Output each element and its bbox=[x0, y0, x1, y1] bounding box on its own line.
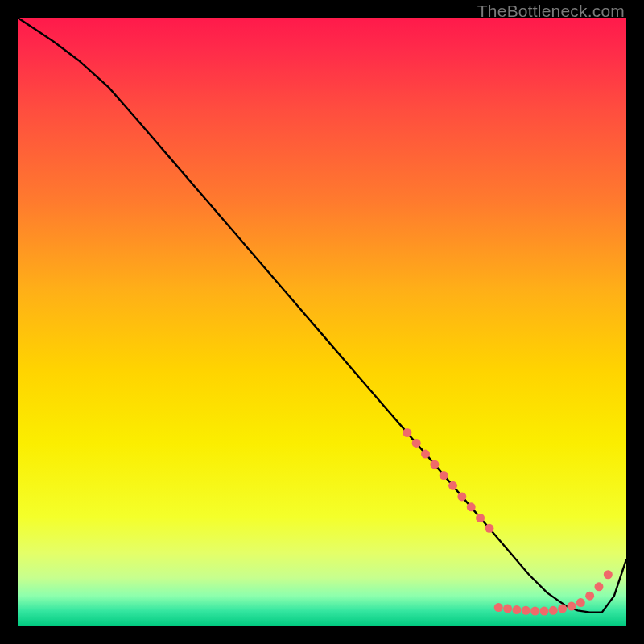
highlight-dot bbox=[604, 570, 613, 579]
chart-frame bbox=[18, 18, 626, 626]
highlight-dot bbox=[412, 439, 421, 448]
highlight-dot bbox=[467, 502, 476, 511]
highlight-dot bbox=[503, 605, 512, 613]
highlight-dot bbox=[402, 428, 411, 437]
highlight-dot bbox=[585, 592, 594, 601]
highlight-dot bbox=[494, 603, 503, 612]
highlight-dot bbox=[457, 492, 466, 501]
highlight-dot bbox=[567, 602, 576, 611]
highlight-dot bbox=[558, 605, 567, 613]
highlight-dot bbox=[530, 607, 539, 616]
highlight-dot bbox=[485, 524, 493, 533]
highlight-dot bbox=[476, 514, 485, 522]
highlight-dot bbox=[549, 606, 558, 615]
highlight-dot bbox=[594, 582, 603, 591]
highlight-dot bbox=[522, 606, 530, 615]
highlight-dot bbox=[576, 598, 585, 607]
highlight-dot bbox=[421, 450, 430, 459]
highlight-dot bbox=[539, 607, 548, 616]
highlight-dot bbox=[430, 460, 439, 469]
highlight-dot bbox=[512, 605, 521, 614]
highlight-dot bbox=[440, 471, 448, 480]
chart-background bbox=[18, 18, 626, 626]
highlight-dot bbox=[448, 481, 457, 490]
bottleneck-chart bbox=[18, 18, 626, 626]
